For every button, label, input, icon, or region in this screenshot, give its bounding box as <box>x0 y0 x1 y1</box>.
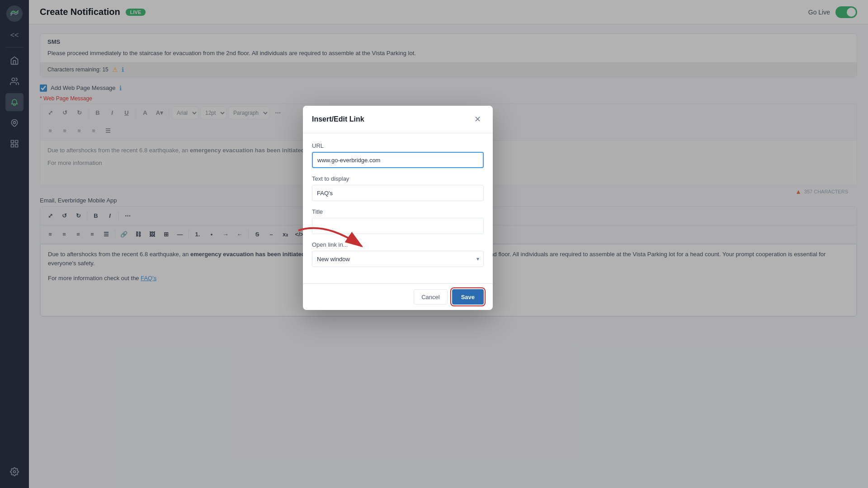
dialog-footer: Cancel Save <box>303 283 493 310</box>
open-link-group: Open link in... New window Same window ▾ <box>312 241 484 267</box>
dialog-title: Insert/Edit Link <box>312 115 364 123</box>
url-label: URL <box>312 142 484 149</box>
open-link-select[interactable]: New window Same window <box>312 251 484 267</box>
save-button[interactable]: Save <box>452 289 484 305</box>
text-display-label: Text to display <box>312 175 484 182</box>
text-display-input[interactable] <box>312 185 484 201</box>
title-label: Title <box>312 208 484 215</box>
open-link-select-wrapper: New window Same window ▾ <box>312 251 484 267</box>
dialog-close-button[interactable]: ✕ <box>471 113 484 126</box>
dialog-overlay: Insert/Edit Link ✕ URL Text to display T… <box>0 0 868 488</box>
insert-edit-link-dialog: Insert/Edit Link ✕ URL Text to display T… <box>303 106 493 310</box>
dialog-body: URL Text to display Title Open link in..… <box>303 133 493 283</box>
url-input[interactable] <box>312 152 484 168</box>
dialog-header: Insert/Edit Link ✕ <box>303 106 493 133</box>
cancel-button[interactable]: Cancel <box>414 289 447 305</box>
open-link-label: Open link in... <box>312 241 484 248</box>
url-group: URL <box>312 142 484 168</box>
text-display-group: Text to display <box>312 175 484 201</box>
title-input[interactable] <box>312 218 484 234</box>
title-group: Title <box>312 208 484 234</box>
